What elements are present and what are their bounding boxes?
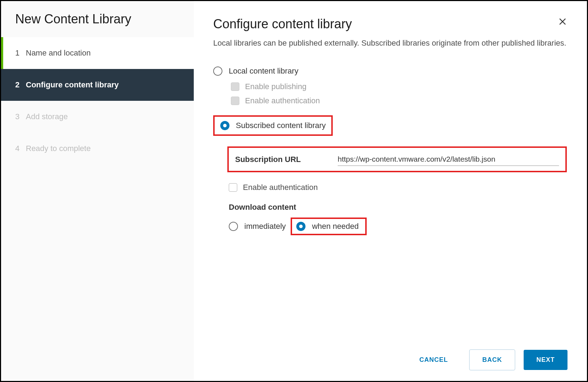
step-label: Add storage — [26, 112, 68, 121]
wizard-sidebar: New Content Library 1 Name and location … — [1, 1, 194, 381]
download-content-group: immediately when needed — [229, 218, 567, 235]
checkbox-label: Enable publishing — [245, 82, 307, 91]
radio-label: Local content library — [229, 66, 298, 76]
radio-icon[interactable] — [229, 222, 238, 231]
radio-when-needed[interactable]: when needed — [296, 222, 359, 231]
step-list: 1 Name and location 2 Configure content … — [1, 37, 194, 164]
next-button[interactable]: NEXT — [524, 350, 567, 370]
step-number: 3 — [15, 112, 26, 121]
new-content-library-wizard: New Content Library 1 Name and location … — [0, 0, 588, 382]
highlight-subscribed-option: Subscribed content library — [213, 115, 333, 136]
step-number: 2 — [15, 80, 26, 89]
checkbox-icon[interactable] — [229, 183, 237, 192]
radio-icon[interactable] — [213, 66, 222, 76]
highlight-when-needed: when needed — [291, 218, 366, 235]
radio-immediately[interactable]: immediately — [229, 222, 286, 231]
highlight-subscription-url: Subscription URL — [227, 146, 567, 172]
checkbox-label: Enable authentication — [243, 183, 318, 192]
page-description: Local libraries can be published externa… — [213, 37, 567, 49]
step-name-and-location[interactable]: 1 Name and location — [1, 37, 194, 69]
wizard-main: Configure content library Local librarie… — [194, 1, 587, 381]
back-button[interactable]: BACK — [469, 349, 515, 370]
step-number: 1 — [15, 48, 26, 58]
step-ready-to-complete: 4 Ready to complete — [1, 133, 194, 164]
step-label: Name and location — [26, 48, 91, 58]
close-icon[interactable] — [558, 17, 567, 28]
radio-icon[interactable] — [296, 222, 305, 231]
subscription-url-input[interactable] — [338, 153, 559, 166]
checkbox-enable-authentication-local: Enable authentication — [231, 96, 567, 105]
page-title: Configure content library — [213, 17, 352, 31]
step-label: Configure content library — [26, 80, 119, 89]
checkbox-enable-authentication-sub[interactable]: Enable authentication — [229, 183, 567, 192]
radio-label: when needed — [312, 222, 359, 231]
cancel-button[interactable]: CANCEL — [407, 350, 461, 370]
subscription-url-label: Subscription URL — [235, 155, 338, 164]
wizard-footer: CANCEL BACK NEXT — [213, 341, 567, 370]
form-body: Local content library Enable publishing … — [213, 66, 567, 341]
step-label: Ready to complete — [26, 144, 91, 153]
radio-icon[interactable] — [220, 121, 229, 130]
header-row: Configure content library — [213, 17, 567, 37]
radio-label: immediately — [244, 222, 286, 231]
sidebar-title: New Content Library — [1, 12, 194, 37]
radio-subscribed-content-library[interactable]: Subscribed content library — [220, 121, 326, 130]
step-add-storage: 3 Add storage — [1, 101, 194, 133]
radio-label: Subscribed content library — [236, 121, 326, 130]
step-configure-content-library[interactable]: 2 Configure content library — [1, 69, 194, 101]
checkbox-icon — [231, 82, 239, 91]
step-number: 4 — [15, 144, 26, 153]
download-content-label: Download content — [229, 203, 567, 212]
checkbox-enable-publishing: Enable publishing — [231, 82, 567, 91]
checkbox-label: Enable authentication — [245, 96, 320, 105]
radio-local-content-library[interactable]: Local content library — [213, 66, 567, 76]
checkbox-icon — [231, 97, 239, 105]
